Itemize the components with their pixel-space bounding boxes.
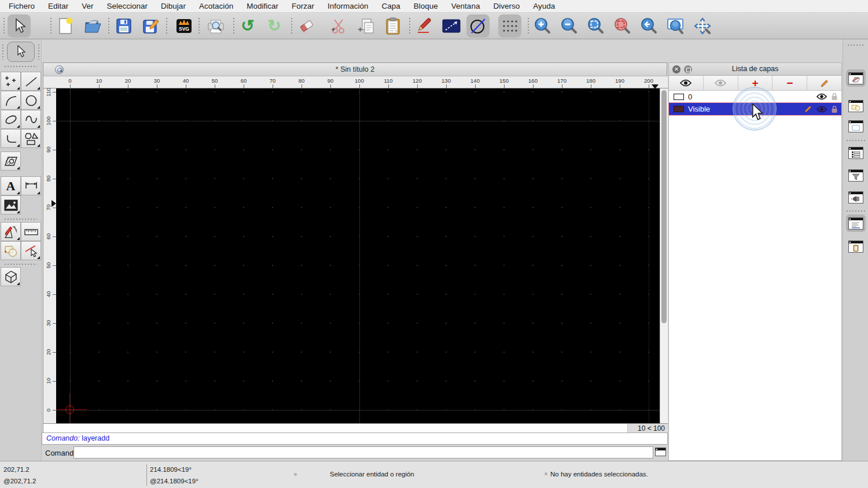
layer-panel-title: Lista de capas	[732, 65, 779, 73]
layer-visible-icon[interactable]	[816, 106, 827, 113]
arc-icon	[4, 94, 18, 108]
zoom-window-button[interactable]	[664, 14, 687, 38]
menu-item-editar[interactable]: Editar	[48, 2, 68, 10]
close-icon[interactable]: ✕	[672, 65, 681, 73]
palette-handle[interactable]	[5, 66, 37, 67]
menu-item-modificar[interactable]: Modificar	[247, 2, 278, 10]
palette-handle[interactable]	[38, 45, 39, 60]
menu-item-capa[interactable]: Capa	[382, 2, 400, 10]
menu-item-acotacion[interactable]: Acotación	[199, 2, 233, 10]
hide-all-layers-button[interactable]	[704, 76, 738, 90]
palette-handle[interactable]	[2, 45, 3, 60]
layer-color-swatch	[674, 106, 684, 112]
copy-button[interactable]	[354, 14, 377, 38]
tool-measure-button[interactable]	[21, 222, 41, 241]
menu-item-bloque[interactable]: Bloque	[414, 2, 438, 10]
print-preview-button[interactable]	[204, 14, 227, 38]
cut-button[interactable]	[327, 14, 350, 38]
menu-item-fichero[interactable]: Fichero	[9, 2, 35, 10]
tool-text-button[interactable]: A	[1, 176, 21, 195]
layer-lock-icon[interactable]	[831, 105, 838, 113]
command-input[interactable]	[73, 446, 653, 459]
paste-button[interactable]	[381, 14, 404, 38]
tool-shapes-button[interactable]	[21, 129, 41, 148]
save-button[interactable]	[112, 14, 135, 38]
tool-points-button[interactable]	[1, 72, 21, 91]
cube-3d-icon	[3, 269, 19, 284]
vertical-scrollbar[interactable]	[660, 88, 668, 423]
block-list-dock-button[interactable]	[846, 97, 866, 114]
tool-spline-button[interactable]	[21, 110, 41, 129]
menu-item-diverso[interactable]: Diverso	[493, 2, 520, 10]
dock-handle[interactable]	[848, 45, 864, 46]
drawing-canvas[interactable]	[56, 88, 660, 423]
menu-item-ayuda[interactable]: Ayuda	[533, 2, 555, 10]
zoom-selected-button[interactable]	[611, 14, 634, 38]
grid-toggle-button[interactable]	[498, 14, 521, 38]
command-widget-dock-button[interactable]	[846, 215, 866, 232]
tool-arc-button[interactable]	[1, 91, 21, 110]
pen-edit-button[interactable]	[413, 14, 436, 38]
command-window-toggle-button[interactable]	[655, 448, 666, 456]
open-file-button[interactable]	[81, 14, 104, 38]
horizontal-ruler: 0 10 20 30 40 50 60 70 80 90 100 110 120…	[43, 76, 668, 88]
document-titlebar[interactable]: * Sin título 2	[43, 63, 667, 76]
menu-item-dibujar[interactable]: Dibujar	[161, 2, 186, 10]
layer-color-swatch	[674, 94, 684, 100]
layer-edit-icon[interactable]	[804, 105, 812, 113]
library-browser-dock-button[interactable]	[846, 117, 866, 135]
redo-button[interactable]: ↻	[263, 14, 286, 38]
select-arrow-button[interactable]	[8, 14, 31, 38]
tool-line-button[interactable]	[21, 72, 41, 91]
tool-modify-button[interactable]	[1, 222, 21, 241]
pen-palette-dock-button[interactable]	[846, 188, 866, 206]
absolute-coordinates: 202,71.2	[3, 466, 30, 473]
draft-mode-button[interactable]	[466, 14, 490, 38]
zoom-out-button[interactable]	[558, 14, 581, 38]
zoom-auto-button[interactable]	[584, 14, 608, 38]
tool-select-region-button[interactable]	[1, 241, 21, 260]
toolbar-handle[interactable]	[3, 18, 5, 34]
tool-ellipse-button[interactable]	[1, 110, 21, 129]
menu-item-ventana[interactable]: Ventana	[451, 2, 480, 10]
zoom-in-button[interactable]	[531, 14, 554, 38]
remove-layer-button[interactable]: −	[773, 76, 807, 90]
entity-list-dock-button[interactable]	[846, 144, 866, 161]
tool-circle-button[interactable]	[21, 91, 41, 110]
tool-hatch-button[interactable]	[1, 151, 21, 171]
tool-delete-entity-button[interactable]	[21, 241, 41, 260]
layer-list-window-icon	[848, 72, 863, 84]
relative-move-button[interactable]	[440, 14, 463, 38]
clipboard-dock-button[interactable]	[846, 238, 866, 255]
tool-polyline-button[interactable]	[1, 129, 21, 148]
zoom-previous-button[interactable]	[638, 14, 661, 38]
delete-button[interactable]	[295, 14, 318, 38]
tool-3d-solid-button[interactable]	[1, 267, 21, 286]
zoom-pan-button[interactable]	[691, 14, 714, 38]
float-panel-icon[interactable]	[684, 65, 692, 73]
tool-image-button[interactable]	[1, 195, 21, 215]
tool-select-button[interactable]	[7, 42, 35, 62]
tool-dimension-button[interactable]	[21, 176, 41, 195]
layer-visible-icon[interactable]	[816, 93, 827, 100]
menu-item-informacion[interactable]: Información	[328, 2, 369, 10]
zoom-out-icon	[561, 17, 578, 35]
edit-layer-button[interactable]	[807, 76, 841, 90]
show-all-layers-button[interactable]	[669, 76, 704, 90]
menu-item-ver[interactable]: Ver	[82, 2, 93, 10]
menu-item-forzar[interactable]: Forzar	[292, 2, 314, 10]
undo-button[interactable]: ↺	[236, 14, 259, 38]
svg-export-button[interactable]: SVG	[172, 14, 196, 38]
layer-panel-titlebar[interactable]: ✕ Lista de capas	[669, 63, 841, 76]
new-document-button[interactable]	[54, 14, 77, 38]
ruler-label: 80	[44, 164, 52, 193]
filter-dock-button[interactable]	[846, 167, 866, 184]
save-as-button[interactable]	[139, 14, 163, 38]
absolute-polar-coordinates: 214.1809<19°	[150, 466, 192, 473]
menu-item-seleccionar[interactable]: Seleccionar	[107, 2, 148, 10]
layer-list-dock-button[interactable]	[846, 69, 866, 87]
open-folder-icon	[84, 19, 101, 34]
scrollbar-thumb[interactable]	[661, 90, 667, 323]
selection-status-text: No hay entidades seleccionadas.	[550, 471, 648, 478]
layer-lock-icon[interactable]	[831, 93, 838, 101]
